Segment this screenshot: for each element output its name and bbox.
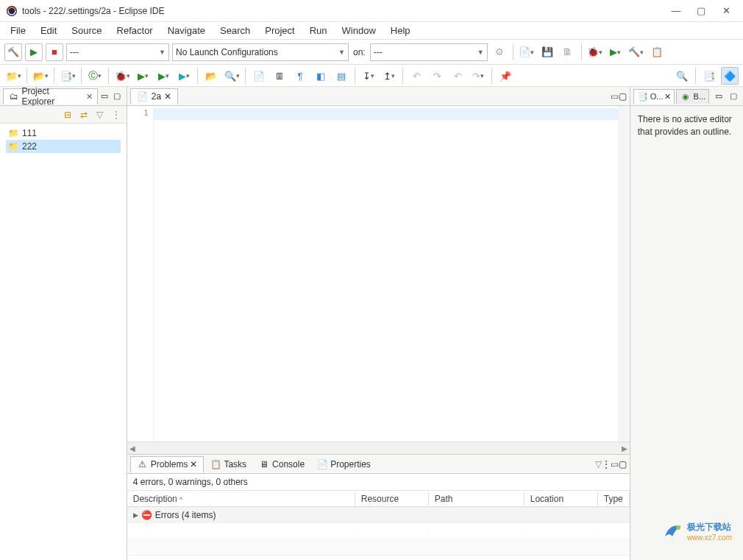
- current-line-highlight: [154, 108, 618, 120]
- line-number: 1: [127, 108, 149, 117]
- toolbar-icon-2[interactable]: ▤: [333, 67, 350, 85]
- play-icon[interactable]: ▶▾: [134, 67, 152, 85]
- forward-icon[interactable]: ↷: [428, 67, 446, 85]
- link-editor-icon[interactable]: ⇄: [78, 109, 90, 121]
- menu-help[interactable]: Help: [385, 24, 416, 38]
- minimize-view-icon[interactable]: ▭: [712, 90, 725, 103]
- back-icon[interactable]: ↶: [408, 67, 425, 85]
- editor-tab-2a[interactable]: 📄 2a ✕: [130, 88, 178, 104]
- errors-label: Errors (4 items): [155, 510, 216, 520]
- outline-message: There is no active editor that provides …: [630, 106, 743, 146]
- coverage-icon[interactable]: ▶▾: [175, 67, 193, 85]
- build-targets-tab[interactable]: ◉ B...: [676, 89, 709, 104]
- project-explorer-tab[interactable]: 🗂 Project Explorer ✕: [3, 88, 98, 104]
- maximize-view-icon[interactable]: ▢: [619, 459, 627, 469]
- view-menu-icon[interactable]: ⋮: [602, 459, 611, 469]
- save-all-icon[interactable]: 🗎: [559, 43, 577, 61]
- close-icon[interactable]: ✕: [664, 92, 671, 102]
- menu-source[interactable]: Source: [65, 24, 107, 38]
- toolbar-icon[interactable]: ◧: [312, 67, 330, 85]
- config-combo[interactable]: No Launch Configurations▼: [172, 43, 349, 61]
- menu-edit[interactable]: Edit: [35, 24, 63, 38]
- new-dropdown-icon[interactable]: 📄▾: [518, 43, 536, 61]
- maximize-editor-icon[interactable]: ▢: [619, 91, 627, 102]
- history-icon[interactable]: ↷▾: [469, 67, 487, 85]
- show-whitespace-icon[interactable]: ¶: [291, 67, 309, 85]
- debug-dropdown-icon[interactable]: 🐞▾: [586, 43, 604, 61]
- tab-label: Console: [272, 459, 305, 469]
- maximize-view-icon[interactable]: ▢: [727, 90, 740, 103]
- maximize-button[interactable]: ▢: [696, 6, 706, 16]
- new-folder-icon[interactable]: 📂▾: [32, 67, 49, 85]
- quick-access-icon[interactable]: 🔍: [673, 67, 691, 85]
- gear-icon[interactable]: ⚙: [491, 43, 508, 61]
- tasks-icon: 📋: [210, 458, 221, 470]
- open-type-icon[interactable]: 📂: [202, 67, 220, 85]
- editor-text[interactable]: [154, 106, 618, 442]
- tab-properties[interactable]: 📄 Properties: [310, 456, 377, 472]
- view-menu-icon[interactable]: ⋮: [110, 109, 122, 121]
- project-item-222[interactable]: 📁 222: [6, 140, 121, 153]
- menu-project[interactable]: Project: [259, 24, 300, 38]
- project-item-111[interactable]: 📁 111: [6, 127, 121, 140]
- new-class-icon[interactable]: Ⓒ▾: [86, 67, 104, 85]
- editor-body[interactable]: 1: [127, 106, 630, 442]
- minimize-editor-icon[interactable]: ▭: [611, 91, 619, 102]
- col-type[interactable]: Type: [598, 492, 630, 506]
- col-location[interactable]: Location: [525, 492, 598, 506]
- tab-console[interactable]: 🖥 Console: [252, 456, 310, 472]
- cpp-perspective-icon[interactable]: 🔷: [721, 67, 739, 85]
- run-icon[interactable]: ▶: [25, 43, 43, 61]
- minimize-button[interactable]: —: [671, 6, 681, 16]
- col-description[interactable]: Description ^: [127, 492, 355, 506]
- debug-icon[interactable]: 🐞▾: [113, 67, 131, 85]
- stop-icon[interactable]: ■: [46, 43, 63, 61]
- explorer-title: Project Explorer: [21, 86, 82, 107]
- errors-group-row[interactable]: ▶ ⛔ Errors (4 items): [127, 507, 630, 523]
- build-targets-icon: ◉: [680, 91, 692, 102]
- col-path[interactable]: Path: [429, 492, 525, 506]
- profiling-icon[interactable]: ▶▾: [154, 67, 172, 85]
- search-icon[interactable]: 🔍▾: [223, 67, 241, 85]
- minimize-view-icon[interactable]: ▭: [611, 459, 619, 469]
- filter-icon[interactable]: ▽: [94, 109, 106, 121]
- open-perspective-icon[interactable]: 📑: [700, 67, 718, 85]
- save-icon[interactable]: 💾: [538, 43, 556, 61]
- menu-file[interactable]: File: [4, 24, 32, 38]
- horizontal-scrollbar[interactable]: ◀▶: [127, 442, 630, 454]
- build-icon[interactable]: 🔨: [4, 43, 22, 61]
- toggle-block-icon[interactable]: 🗏: [271, 67, 288, 85]
- target-icon[interactable]: 📋: [648, 43, 666, 61]
- menu-window[interactable]: Window: [336, 24, 382, 38]
- expand-icon[interactable]: ▶: [133, 511, 138, 519]
- maximize-view-icon[interactable]: ▢: [110, 90, 123, 103]
- col-resource[interactable]: Resource: [355, 492, 429, 506]
- prev-annotation-icon[interactable]: ↥▾: [380, 67, 398, 85]
- toggle-mark-icon[interactable]: 📄: [250, 67, 268, 85]
- close-icon[interactable]: ✕: [164, 91, 171, 102]
- tab-problems[interactable]: ⚠ Problems ✕: [130, 456, 205, 472]
- target-combo[interactable]: ---▼: [370, 43, 488, 61]
- minimize-view-icon[interactable]: ▭: [98, 90, 110, 103]
- outline-tab[interactable]: 📑 O... ✕: [633, 89, 675, 104]
- tab-tasks[interactable]: 📋 Tasks: [204, 456, 252, 472]
- watermark-brand: 极光下载站: [687, 521, 732, 534]
- watermark-url: www.xz7.com: [687, 534, 732, 542]
- pin-icon[interactable]: 📌: [497, 67, 514, 85]
- menu-refactor[interactable]: Refactor: [111, 24, 159, 38]
- new-project-icon[interactable]: 📁▾: [4, 67, 22, 85]
- menu-navigate[interactable]: Navigate: [162, 24, 211, 38]
- menu-run[interactable]: Run: [304, 24, 333, 38]
- collapse-all-icon[interactable]: ⊟: [62, 109, 74, 121]
- last-edit-icon[interactable]: ↶: [449, 67, 466, 85]
- new-source-icon[interactable]: 📑▾: [59, 67, 77, 85]
- close-button[interactable]: ✕: [721, 6, 731, 16]
- filter-icon[interactable]: ▽: [595, 459, 602, 469]
- build-dropdown-icon[interactable]: 🔨▾: [628, 43, 645, 61]
- launch-combo[interactable]: ---▼: [66, 43, 169, 61]
- next-annotation-icon[interactable]: ↧▾: [360, 67, 377, 85]
- close-icon[interactable]: ✕: [86, 92, 93, 102]
- run-dropdown-icon[interactable]: ▶▾: [607, 43, 625, 61]
- menu-search[interactable]: Search: [214, 24, 256, 38]
- close-icon[interactable]: ✕: [190, 459, 197, 469]
